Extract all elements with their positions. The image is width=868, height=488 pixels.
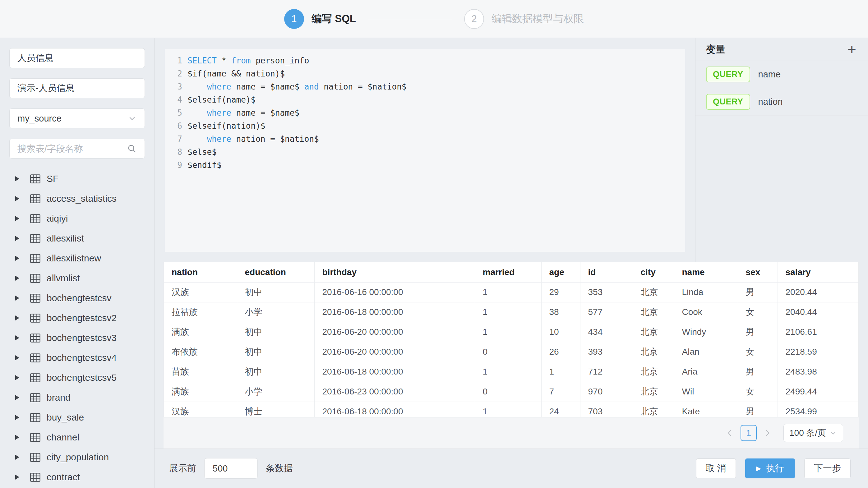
code-line: 6$elseif(nation)$ — [165, 119, 685, 132]
table-cell: 初中 — [237, 342, 314, 362]
table-tree-item[interactable]: allesxilist — [0, 228, 154, 248]
variables-list: QUERYnameQUERYnation — [695, 61, 868, 116]
table-cell: 2040.44 — [778, 302, 859, 322]
variable-row[interactable]: QUERYname — [695, 61, 868, 88]
results-table: nationeducationbirthdaymarriedageidcityn… — [164, 262, 859, 417]
row-limit-input[interactable] — [204, 458, 258, 479]
stepper: 1 编写 SQL 2 编辑数据模型与权限 — [284, 9, 584, 29]
table-cell: Wil — [674, 382, 738, 401]
page-size-select[interactable]: 100 条/页 — [783, 424, 843, 442]
table-tree-item[interactable]: buy_sale — [0, 408, 154, 427]
table-row: 满族初中2016-06-20 00:00:00110434北京Windy男210… — [164, 322, 859, 342]
dataset-name-field — [9, 48, 145, 68]
table-cell: 满族 — [164, 322, 237, 342]
table-cell: 0 — [475, 342, 541, 362]
current-page-button[interactable]: 1 — [741, 425, 757, 441]
table-search-field — [9, 139, 145, 159]
table-cell: 北京 — [633, 342, 674, 362]
prev-page-button[interactable] — [725, 429, 734, 437]
table-name: bochengtestcsv5 — [46, 372, 117, 383]
table-tree-item[interactable]: allvmlist — [0, 268, 154, 288]
results-panel: nationeducationbirthdaymarriedageidcityn… — [163, 262, 859, 449]
table-cell: 1 — [475, 302, 541, 322]
line-number: 8 — [165, 145, 182, 159]
table-row: 布依族初中2016-06-20 00:00:00026393北京Alan女221… — [164, 342, 859, 362]
run-button[interactable]: ▶ 执行 — [745, 458, 795, 478]
table-tree-item[interactable]: aiqiyi — [0, 208, 154, 228]
bottom-action-bar: 展示前 条数据 取 消 ▶ 执行 下一步 — [155, 449, 868, 488]
table-cell: 北京 — [633, 282, 674, 302]
caret-right-icon — [15, 355, 19, 360]
line-number: 5 — [165, 106, 182, 119]
table-tree-item[interactable]: bochengtestcsv3 — [0, 328, 154, 348]
search-icon — [127, 143, 137, 154]
table-tree-item[interactable]: bochengtestcsv2 — [0, 308, 154, 328]
table-cell: 2016-06-16 00:00:00 — [314, 282, 475, 302]
caret-right-icon — [15, 415, 19, 420]
cancel-button[interactable]: 取 消 — [696, 458, 736, 478]
dataset-display-name-input[interactable] — [18, 83, 137, 94]
table-tree-item[interactable]: bochengtestcsv — [0, 288, 154, 308]
table-cell: 北京 — [633, 382, 674, 401]
table-name: allvmlist — [46, 273, 80, 284]
table-cell: 汉族 — [164, 401, 237, 417]
next-page-button[interactable] — [764, 429, 772, 437]
dataset-name-input[interactable] — [18, 53, 137, 63]
table-cell: 712 — [580, 362, 633, 382]
code-line: 2$if(name && nation)$ — [165, 67, 685, 80]
line-number: 7 — [165, 132, 182, 145]
step-1-circle: 1 — [284, 9, 304, 29]
add-variable-button[interactable]: + — [847, 42, 856, 57]
dataset-display-name-field — [9, 78, 145, 98]
table-cell: 拉祜族 — [164, 302, 237, 322]
table-name: buy_sale — [46, 412, 84, 423]
line-number: 2 — [165, 67, 182, 80]
line-number: 1 — [165, 54, 182, 67]
table-tree-item[interactable]: bochengtestcsv4 — [0, 348, 154, 368]
table-tree-item[interactable]: allesxilistnew — [0, 248, 154, 268]
stepper-connector-line — [368, 19, 452, 19]
variables-header: 变量 + — [695, 38, 868, 61]
column-header: sex — [738, 262, 778, 282]
results-header-row: nationeducationbirthdaymarriedageidcityn… — [164, 262, 859, 282]
table-cell: Kate — [674, 401, 738, 417]
step-2-edit-model[interactable]: 2 编辑数据模型与权限 — [464, 9, 584, 29]
table-cell: 初中 — [237, 282, 314, 302]
caret-right-icon — [15, 335, 19, 340]
table-name: bochengtestcsv3 — [46, 333, 117, 343]
table-cell: 10 — [541, 322, 580, 342]
table-tree-item[interactable]: city_population — [0, 447, 154, 467]
sql-code-editor[interactable]: 1SELECT * from person_info2$if(name && n… — [165, 49, 685, 252]
tables-sidebar: my_source SFaccess_statisticsaiqiyialles… — [0, 38, 155, 488]
table-cell: 初中 — [237, 362, 314, 382]
table-cell: 汉族 — [164, 282, 237, 302]
table-search-input[interactable] — [18, 143, 123, 154]
table-tree-item[interactable]: bochengtestcsv5 — [0, 368, 154, 388]
code-line: 4$elseif(name)$ — [165, 93, 685, 106]
code-line: 8$else$ — [165, 145, 685, 159]
table-tree-item[interactable]: access_statistics — [0, 189, 154, 208]
table-cell: 男 — [738, 401, 778, 417]
table-cell: 女 — [738, 302, 778, 322]
table-grid-icon — [30, 373, 40, 382]
chevron-down-icon — [829, 429, 837, 437]
step-1-write-sql[interactable]: 1 编写 SQL — [284, 9, 356, 29]
table-tree-item[interactable]: channel — [0, 427, 154, 447]
table-cell: Cook — [674, 302, 738, 322]
variable-name: nation — [758, 97, 783, 107]
row-limit-prefix: 展示前 — [169, 462, 196, 475]
table-tree-item[interactable]: contract — [0, 467, 154, 487]
caret-right-icon — [15, 316, 19, 321]
row-limit-group: 展示前 条数据 — [169, 458, 293, 479]
table-cell: 2534.99 — [778, 401, 859, 417]
datasource-select[interactable]: my_source — [9, 108, 145, 128]
table-row: 苗族初中2016-06-18 00:00:0011712北京Aria男2483.… — [164, 362, 859, 382]
table-grid-icon — [30, 453, 40, 462]
table-cell: 北京 — [633, 362, 674, 382]
table-name: bochengtestcsv4 — [46, 353, 117, 363]
next-step-button[interactable]: 下一步 — [804, 458, 850, 478]
table-name: access_statistics — [46, 193, 117, 204]
table-tree-item[interactable]: SF — [0, 169, 154, 189]
variable-row[interactable]: QUERYnation — [695, 88, 868, 116]
table-tree-item[interactable]: brand — [0, 388, 154, 408]
